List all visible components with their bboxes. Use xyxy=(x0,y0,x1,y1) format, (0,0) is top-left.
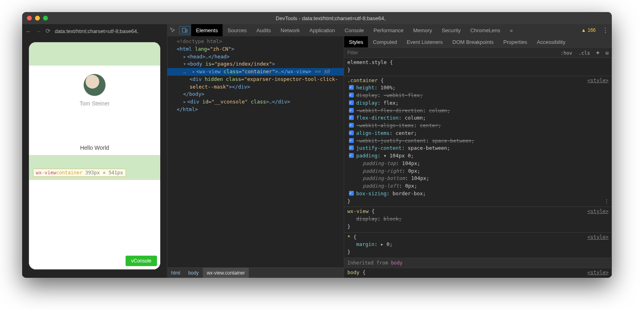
css-property[interactable]: padding-bottom: 104px; xyxy=(347,175,609,182)
warning-icon: ▲ xyxy=(581,27,586,33)
tab-security[interactable]: Security xyxy=(437,24,465,36)
preview-pane: ← → ⟳ data:text/html;charset=utf-8;base6… xyxy=(22,24,167,278)
css-property[interactable]: align-items: center; xyxy=(347,130,609,137)
css-property[interactable]: padding-right: 0px; xyxy=(347,167,609,175)
dom-line[interactable]: ▸<div id="__vconsole" class>…</div> xyxy=(167,98,344,106)
rule-menu-icon[interactable]: ⋮ xyxy=(604,197,609,206)
subtab-dombreakpoints[interactable]: DOM Breakpoints xyxy=(448,36,499,48)
lower-section: vConsole xyxy=(29,180,160,269)
header-band xyxy=(29,42,160,66)
subtab-eventlisteners[interactable]: Event Listeners xyxy=(402,36,448,48)
dom-line[interactable]: ▸<head>…</head> xyxy=(167,53,344,61)
filter-row: :hov .cls + ⊟ xyxy=(344,48,612,58)
subtab-computed[interactable]: Computed xyxy=(368,36,402,48)
css-property[interactable]: justify-content: space-between; xyxy=(347,145,609,152)
inspect-icon[interactable] xyxy=(167,24,178,36)
rule-elementstyle[interactable]: element.style { } xyxy=(344,58,612,76)
url-text: data:text/html;charset=utf-8;base64, xyxy=(55,28,138,34)
css-property[interactable]: display: -webkit-flex; xyxy=(347,92,609,99)
property-checkbox[interactable] xyxy=(349,191,354,196)
property-checkbox[interactable] xyxy=(349,100,354,105)
url-bar: ← → ⟳ data:text/html;charset=utf-8;base6… xyxy=(22,24,167,38)
reload-icon[interactable]: ⟳ xyxy=(45,27,51,35)
dom-line[interactable]: ▾<body is="pages/index/index"> xyxy=(167,60,344,68)
tab-application[interactable]: Application xyxy=(305,24,340,36)
css-property[interactable]: -webkit-justify-content: space-between; xyxy=(347,137,609,145)
add-rule-icon[interactable]: + xyxy=(596,50,599,56)
styles-body[interactable]: element.style { } .container {<style> he… xyxy=(344,58,612,278)
rule-body[interactable]: body {<style> cursor: default;-webkit-us… xyxy=(344,268,612,278)
property-checkbox[interactable] xyxy=(349,145,354,150)
tab-console[interactable]: Console xyxy=(340,24,369,36)
css-property[interactable]: padding-top: 104px; xyxy=(347,160,609,167)
css-property[interactable]: padding-left: 0px; xyxy=(347,182,609,190)
tooltip-class: container xyxy=(56,170,83,176)
tab-chromelens[interactable]: ChromeLens xyxy=(465,24,505,36)
device-toggle-icon[interactable] xyxy=(179,26,190,34)
property-checkbox[interactable] xyxy=(349,85,354,90)
css-property[interactable]: padding: ▾ 104px 0; xyxy=(347,152,609,160)
property-checkbox[interactable] xyxy=(349,153,354,158)
property-checkbox[interactable] xyxy=(349,115,354,120)
css-property[interactable]: cursor: default; xyxy=(347,277,609,278)
property-checkbox[interactable] xyxy=(349,93,354,97)
profile-section: Tom Steiner Hello World xyxy=(29,66,160,155)
css-property[interactable]: display: flex; xyxy=(347,99,609,107)
dom-tree[interactable]: <!doctype html> <html lang="zh-CN"> ▸<he… xyxy=(167,36,344,267)
subtab-accessibility[interactable]: Accessibility xyxy=(532,36,570,48)
forward-icon[interactable]: → xyxy=(35,28,41,35)
tab-elements[interactable]: Elements xyxy=(191,24,223,36)
styles-subtabs: Styles Computed Event Listeners DOM Brea… xyxy=(344,36,612,48)
titlebar[interactable]: DevTools - data:text/html;charset=utf-8;… xyxy=(22,12,612,24)
cls-toggle[interactable]: .cls xyxy=(578,50,590,56)
hov-toggle[interactable]: :hov xyxy=(561,50,572,56)
property-checkbox[interactable] xyxy=(349,123,354,128)
rule-star[interactable]: * {<style> margin: ▸ 0; } xyxy=(344,233,612,258)
tabs-more[interactable]: » xyxy=(505,24,518,36)
dom-line-selected[interactable]: … ▸<wx-view class="container">…</wx-view… xyxy=(167,68,344,76)
css-property[interactable]: margin: ▸ 0; xyxy=(347,241,609,248)
minimize-icon[interactable] xyxy=(35,16,40,21)
subtab-properties[interactable]: Properties xyxy=(499,36,532,48)
css-property[interactable]: flex-direction: column; xyxy=(347,114,609,122)
tooltip-dim: 393px × 541px xyxy=(85,170,123,176)
main-tabs: Elements Sources Audits Network Applicat… xyxy=(167,24,612,36)
avatar xyxy=(83,74,106,96)
dom-line[interactable]: </html> xyxy=(167,106,344,114)
css-property[interactable]: -webkit-align-items: center; xyxy=(347,122,609,130)
breadcrumb-item[interactable]: html xyxy=(167,268,184,278)
hello-label: Hello World xyxy=(80,145,109,151)
property-checkbox[interactable] xyxy=(349,108,354,113)
subtab-styles[interactable]: Styles xyxy=(344,36,368,48)
warning-badge[interactable]: ▲ 166 xyxy=(581,27,596,33)
breadcrumb-item[interactable]: body xyxy=(184,268,203,278)
dom-line[interactable]: </body> xyxy=(167,91,344,98)
dom-line[interactable]: <!doctype html> xyxy=(167,38,344,45)
rule-container[interactable]: .container {<style> height: 100%;display… xyxy=(344,76,612,207)
rule-wxview[interactable]: wx-view {<style> display: block; } xyxy=(344,207,612,232)
property-checkbox[interactable] xyxy=(349,138,354,143)
sidebar-toggle-icon[interactable]: ⊟ xyxy=(606,50,609,56)
css-property[interactable]: -webkit-flex-direction: column; xyxy=(347,107,609,115)
vconsole-button[interactable]: vConsole xyxy=(126,256,157,266)
tab-network[interactable]: Network xyxy=(276,24,305,36)
back-icon[interactable]: ← xyxy=(25,28,31,35)
dom-line[interactable]: <html lang="zh-CN"> xyxy=(167,45,344,53)
dom-breadcrumb: html body wx-view.container xyxy=(167,267,344,278)
close-icon[interactable] xyxy=(27,16,32,21)
filter-actions: :hov .cls + ⊟ xyxy=(554,50,612,56)
breadcrumb-item[interactable]: wx-view.container xyxy=(203,268,249,278)
maximize-icon[interactable] xyxy=(43,16,48,21)
tab-performance[interactable]: Performance xyxy=(369,24,408,36)
filter-input[interactable] xyxy=(344,50,554,56)
dom-line[interactable]: <div hidden class="exparser-inspector-to… xyxy=(167,76,344,91)
property-checkbox[interactable] xyxy=(349,130,354,135)
tab-audits[interactable]: Audits xyxy=(252,24,276,36)
settings-menu-icon[interactable]: ⋮ xyxy=(599,27,612,34)
tab-sources[interactable]: Sources xyxy=(223,24,252,36)
inherited-header: Inherited from body xyxy=(344,258,612,268)
tab-memory[interactable]: Memory xyxy=(408,24,437,36)
css-property[interactable]: display: block; xyxy=(347,215,609,223)
css-property[interactable]: box-sizing: border-box; xyxy=(347,190,609,198)
css-property[interactable]: height: 100%; xyxy=(347,84,609,92)
